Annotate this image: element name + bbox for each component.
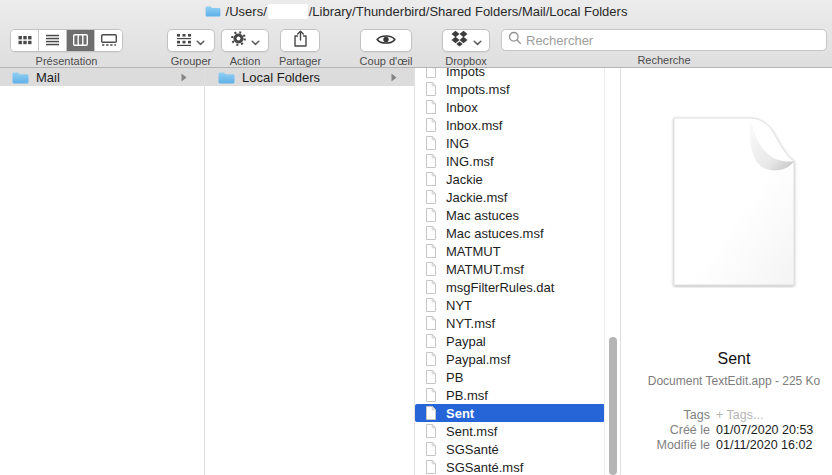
toolbar-item-search: Recherche xyxy=(501,29,827,66)
quicklook-label: Coup d'œil xyxy=(360,55,413,67)
file-name: NYT.msf xyxy=(446,316,495,331)
document-icon xyxy=(425,424,437,438)
file-row[interactable]: Impots xyxy=(415,68,605,80)
folder-row-mail[interactable]: Mail xyxy=(0,68,204,86)
share-icon xyxy=(291,29,310,52)
file-name: ING xyxy=(446,136,469,151)
folder-row-local-folders[interactable]: Local Folders xyxy=(205,68,414,86)
columns-view-icon xyxy=(73,32,88,50)
path-suffix: /Library/Thunderbird/Shared Folders/Mail… xyxy=(309,4,628,19)
file-name: SGSanté xyxy=(446,442,499,457)
coverflow-view-icon xyxy=(101,32,117,50)
file-row[interactable]: msgFilterRules.dat xyxy=(415,278,605,296)
document-icon xyxy=(425,208,437,222)
file-row[interactable]: Sent.msf xyxy=(415,422,605,440)
share-button[interactable] xyxy=(280,29,320,52)
scrollbar-track[interactable] xyxy=(604,68,620,475)
scrollbar-thumb[interactable] xyxy=(609,337,617,475)
file-row[interactable]: PB xyxy=(415,368,605,386)
column-browser: Mail Local Folders xyxy=(0,68,832,475)
file-name: Impots xyxy=(446,68,485,79)
chevron-down-icon xyxy=(473,32,482,50)
dropbox-label: Dropbox xyxy=(445,55,487,67)
document-icon xyxy=(425,262,437,276)
field-label: Créé le xyxy=(621,423,710,437)
view-segmented-control xyxy=(10,29,123,52)
document-icon xyxy=(425,118,437,132)
magnifier-icon xyxy=(508,31,522,49)
folder-icon xyxy=(218,71,235,84)
folder-name: Local Folders xyxy=(242,70,320,85)
search-field[interactable] xyxy=(501,29,827,51)
list-view-icon xyxy=(46,32,59,50)
preview-pane: Sent Document TextEdit.app - 225 Ko Tags… xyxy=(621,68,832,475)
document-icon xyxy=(425,82,437,96)
field-value: 01/11/2020 16:02 xyxy=(716,438,812,452)
document-icon xyxy=(425,280,437,294)
icons-view-button[interactable] xyxy=(11,30,39,51)
file-row[interactable]: Inbox xyxy=(415,98,605,116)
toolbar-item-quicklook: Coup d'œil xyxy=(352,29,420,67)
file-row[interactable]: Paypal.msf xyxy=(415,350,605,368)
file-name: ING.msf xyxy=(446,154,494,169)
file-name: Impots.msf xyxy=(446,82,510,97)
document-icon xyxy=(425,352,437,366)
file-row[interactable]: Mac astuces xyxy=(415,206,605,224)
file-row[interactable]: Sent xyxy=(415,404,605,422)
column-second: Local Folders xyxy=(205,68,415,475)
file-row[interactable]: PB.msf xyxy=(415,386,605,404)
document-icon xyxy=(425,172,437,186)
search-input[interactable] xyxy=(526,33,820,48)
add-tags-button[interactable]: + Tags... xyxy=(716,408,763,422)
file-name: PB xyxy=(446,370,463,385)
file-row[interactable]: Jackie.msf xyxy=(415,188,605,206)
dropbox-icon xyxy=(450,30,469,51)
document-icon xyxy=(425,334,437,348)
document-icon xyxy=(425,298,437,312)
toolbar-item-dropbox: Dropbox xyxy=(440,29,492,67)
file-name: Inbox.msf xyxy=(446,118,502,133)
file-row[interactable]: MATMUT.msf xyxy=(415,260,605,278)
file-row[interactable]: NYT xyxy=(415,296,605,314)
file-row[interactable]: MATMUT xyxy=(415,242,605,260)
file-row[interactable]: Impots.msf xyxy=(415,80,605,98)
list-view-button[interactable] xyxy=(39,30,67,51)
document-icon xyxy=(425,244,437,258)
file-row[interactable]: Jackie xyxy=(415,170,605,188)
search-label: Recherche xyxy=(637,54,690,66)
dropbox-button[interactable] xyxy=(442,29,490,52)
file-row[interactable]: NYT.msf xyxy=(415,314,605,332)
toolbar-item-group: Grouper xyxy=(164,29,218,67)
file-row[interactable]: Mac astuces.msf xyxy=(415,224,605,242)
document-icon xyxy=(425,190,437,204)
file-name: msgFilterRules.dat xyxy=(446,280,554,295)
chevron-down-icon xyxy=(251,32,260,50)
toolbar-item-share: Partager xyxy=(276,29,324,67)
file-name: SGSanté.msf xyxy=(446,460,523,475)
file-row[interactable]: ING xyxy=(415,134,605,152)
group-button[interactable] xyxy=(167,29,215,52)
file-row[interactable]: Paypal xyxy=(415,332,605,350)
preview-title: Sent xyxy=(621,350,832,368)
action-button[interactable] xyxy=(221,29,269,52)
column-third: Impots Impots.msf Inbox Inbox.msf xyxy=(415,68,621,475)
toolbar-item-action: Action xyxy=(218,29,272,67)
group-grid-icon xyxy=(177,32,192,50)
file-row[interactable]: Inbox.msf xyxy=(415,116,605,134)
disclosure-arrow-icon xyxy=(181,73,187,82)
quicklook-button[interactable] xyxy=(360,29,412,52)
file-name: PB.msf xyxy=(446,388,488,403)
titlebar: /Users//Library/Thunderbird/Shared Folde… xyxy=(0,0,832,22)
column-first: Mail xyxy=(0,68,205,475)
file-row[interactable]: SGSanté xyxy=(415,440,605,458)
file-row[interactable]: SGSanté.msf xyxy=(415,458,605,475)
file-name: Paypal xyxy=(446,334,486,349)
coverflow-view-button[interactable] xyxy=(95,30,122,51)
file-name: Mac astuces.msf xyxy=(446,226,544,241)
file-name: Jackie.msf xyxy=(446,190,507,205)
view-label: Présentation xyxy=(36,55,98,67)
document-icon xyxy=(425,226,437,240)
columns-view-button[interactable] xyxy=(67,30,95,51)
preview-fields: Tags + Tags... Créé le 01/07/2020 20:53 … xyxy=(621,407,832,452)
file-row[interactable]: ING.msf xyxy=(415,152,605,170)
